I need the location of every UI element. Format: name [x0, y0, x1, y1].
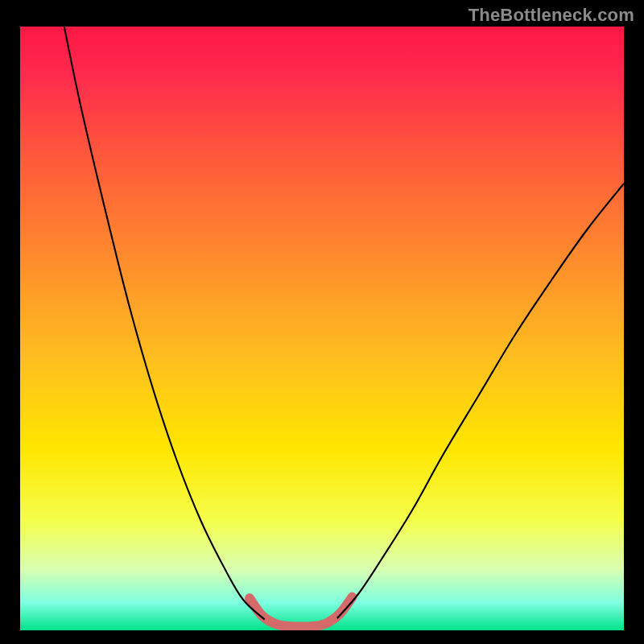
watermark-text: TheBottleneck.com [469, 5, 634, 26]
chart-plot [20, 27, 624, 630]
chart-frame: TheBottleneck.com [0, 0, 644, 644]
plot-background [20, 27, 624, 630]
